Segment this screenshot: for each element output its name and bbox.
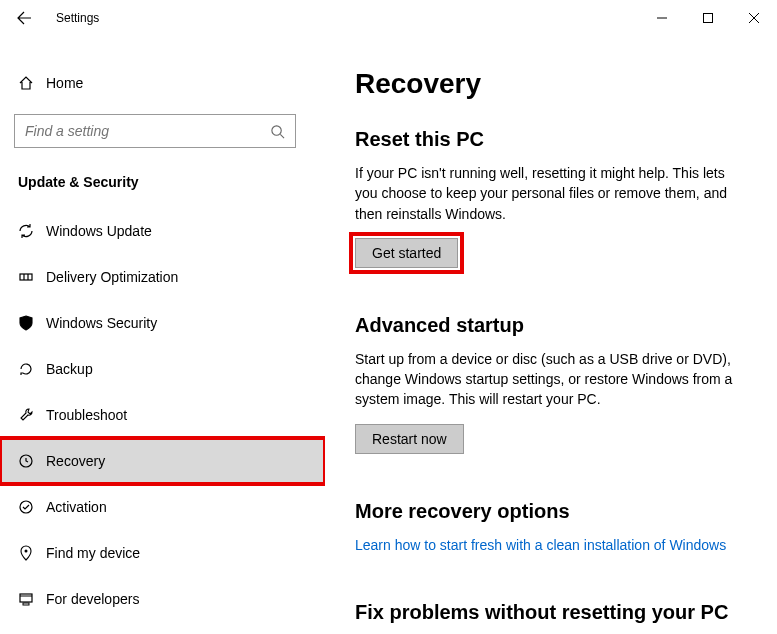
close-icon	[749, 13, 759, 23]
svg-point-4	[272, 125, 281, 134]
home-label: Home	[46, 75, 83, 91]
sidebar-item-windows-update[interactable]: Windows Update	[0, 208, 325, 254]
sidebar-item-recovery[interactable]: Recovery	[0, 438, 325, 484]
delivery-icon	[18, 269, 46, 285]
svg-rect-14	[23, 603, 29, 605]
sidebar: Home Update & Security Windows Update De…	[0, 36, 325, 634]
sidebar-section-title: Update & Security	[0, 162, 325, 208]
sidebar-item-for-developers[interactable]: For developers	[0, 576, 325, 622]
check-circle-icon	[18, 499, 46, 515]
developers-icon	[18, 591, 46, 607]
page-title: Recovery	[355, 68, 749, 100]
fix-problems-heading: Fix problems without resetting your PC	[355, 601, 749, 624]
recovery-icon	[18, 453, 46, 469]
svg-rect-6	[20, 274, 32, 280]
maximize-button[interactable]	[685, 2, 731, 34]
content-area: Recovery Reset this PC If your PC isn't …	[325, 36, 777, 634]
window-title: Settings	[56, 11, 99, 25]
arrow-left-icon	[16, 10, 32, 26]
refresh-icon	[18, 223, 46, 239]
svg-point-10	[20, 501, 32, 513]
sidebar-item-label: Troubleshoot	[46, 407, 127, 423]
maximize-icon	[703, 13, 713, 23]
back-button[interactable]	[10, 4, 38, 32]
shield-icon	[18, 315, 46, 331]
home-icon	[18, 75, 46, 91]
more-options-heading: More recovery options	[355, 500, 749, 523]
sidebar-item-label: Windows Update	[46, 223, 152, 239]
sidebar-item-label: Activation	[46, 499, 107, 515]
titlebar: Settings	[0, 0, 777, 36]
backup-icon	[18, 361, 46, 377]
sidebar-item-label: Windows Security	[46, 315, 157, 331]
sidebar-item-activation[interactable]: Activation	[0, 484, 325, 530]
sidebar-item-backup[interactable]: Backup	[0, 346, 325, 392]
home-nav[interactable]: Home	[0, 62, 325, 104]
reset-heading: Reset this PC	[355, 128, 749, 151]
get-started-button[interactable]: Get started	[355, 238, 458, 268]
search-input[interactable]	[14, 114, 296, 148]
svg-line-5	[280, 134, 284, 138]
sidebar-item-label: Find my device	[46, 545, 140, 561]
clean-install-link[interactable]: Learn how to start fresh with a clean in…	[355, 537, 726, 553]
sidebar-item-find-my-device[interactable]: Find my device	[0, 530, 325, 576]
advanced-heading: Advanced startup	[355, 314, 749, 337]
restart-now-button[interactable]: Restart now	[355, 424, 464, 454]
advanced-description: Start up from a device or disc (such as …	[355, 349, 749, 410]
close-button[interactable]	[731, 2, 777, 34]
sidebar-item-label: For developers	[46, 591, 139, 607]
reset-description: If your PC isn't running well, resetting…	[355, 163, 749, 224]
sidebar-item-delivery-optimization[interactable]: Delivery Optimization	[0, 254, 325, 300]
minimize-icon	[657, 13, 667, 23]
sidebar-item-label: Backup	[46, 361, 93, 377]
window-controls	[639, 2, 777, 34]
sidebar-item-windows-security[interactable]: Windows Security	[0, 300, 325, 346]
sidebar-item-label: Recovery	[46, 453, 105, 469]
location-icon	[18, 545, 46, 561]
wrench-icon	[18, 407, 46, 423]
svg-rect-1	[704, 14, 713, 23]
sidebar-item-label: Delivery Optimization	[46, 269, 178, 285]
search-field[interactable]	[25, 123, 270, 139]
minimize-button[interactable]	[639, 2, 685, 34]
svg-point-11	[25, 550, 28, 553]
svg-rect-12	[20, 594, 32, 602]
search-icon	[270, 124, 285, 139]
sidebar-item-troubleshoot[interactable]: Troubleshoot	[0, 392, 325, 438]
